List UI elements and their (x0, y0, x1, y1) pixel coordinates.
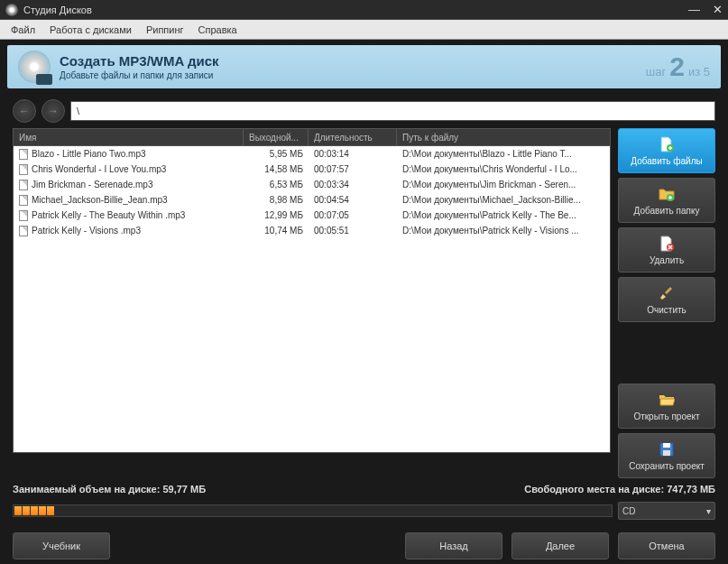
nav-back-button[interactable]: ← (13, 99, 36, 123)
column-name[interactable]: Имя (14, 129, 244, 145)
file-name: Patrick Kelly - The Beauty Within .mp3 (32, 210, 185, 220)
file-duration: 00:03:34 (309, 180, 397, 190)
file-size: 12,99 МБ (244, 210, 309, 220)
file-size: 14,58 МБ (244, 164, 309, 174)
nav-forward-button[interactable]: → (41, 99, 65, 123)
column-duration[interactable]: Длительность (309, 129, 397, 145)
arrow-left-icon: ← (19, 105, 30, 117)
clear-label: Очистить (647, 305, 687, 315)
wizard-banner: Создать MP3/WMA диск Добавьте файлы и па… (7, 45, 721, 88)
file-path: D:\Мои документы\Chris Wonderful - I Lo.… (397, 164, 610, 174)
file-size: 6,53 МБ (244, 180, 309, 190)
step-prefix: шаг (646, 65, 666, 79)
disc-usage-bar (13, 504, 613, 517)
file-icon (19, 210, 28, 221)
file-path: D:\Мои документы\Jim Brickman - Seren... (397, 180, 610, 190)
file-name: Jim Brickman - Serenade.mp3 (32, 180, 153, 190)
broom-icon (658, 284, 676, 302)
used-label: Занимаемый объем на диске: (13, 484, 160, 495)
minimize-button[interactable]: — (688, 3, 700, 16)
menu-help[interactable]: Справка (191, 24, 244, 35)
tutorial-button[interactable]: Учебник (13, 532, 110, 559)
menubar: Файл Работа с дисками Риппинг Справка (0, 20, 728, 40)
arrow-right-icon: → (48, 105, 59, 117)
file-name: Chris Wonderful - I Love You.mp3 (32, 164, 166, 174)
file-duration: 00:03:14 (309, 149, 397, 159)
file-duration: 00:05:51 (309, 226, 397, 236)
file-list-panel: Имя Выходной... Длительность Путь к файл… (13, 128, 611, 478)
save-icon (658, 440, 676, 458)
file-icon (19, 164, 28, 175)
cancel-button[interactable]: Отмена (618, 532, 715, 559)
open-project-label: Открыть проект (633, 411, 699, 421)
add-folder-button[interactable]: Добавить папку (618, 178, 715, 223)
column-path[interactable]: Путь к файлу (397, 129, 610, 145)
wizard-step: шаг 2 из 5 (646, 51, 710, 82)
file-icon (19, 180, 28, 190)
menu-file[interactable]: Файл (4, 24, 42, 35)
svg-rect-4 (663, 443, 670, 448)
next-button[interactable]: Далее (511, 532, 609, 559)
file-path: D:\Мои документы\Blazo - Little Piano T.… (397, 149, 610, 159)
used-value: 59,77 МБ (162, 484, 206, 495)
file-size: 5,95 МБ (244, 149, 309, 159)
action-sidebar: Добавить файлы Добавить папку Удалить Оч… (618, 128, 715, 478)
open-project-button[interactable]: Открыть проект (618, 384, 715, 429)
file-name: Michael_Jackson-Billie_Jean.mp3 (32, 195, 168, 205)
file-icon (19, 195, 28, 206)
clear-button[interactable]: Очистить (618, 277, 715, 322)
table-row[interactable]: Michael_Jackson-Billie_Jean.mp38,98 МБ00… (14, 192, 610, 208)
file-icon (19, 226, 28, 236)
file-duration: 00:04:54 (309, 195, 397, 205)
file-add-icon (658, 135, 676, 153)
add-folder-label: Добавить папку (634, 206, 700, 216)
file-duration: 00:07:05 (309, 210, 397, 220)
save-project-label: Сохранить проект (629, 461, 705, 471)
file-path: D:\Мои документы\Michael_Jackson-Billie.… (397, 195, 610, 205)
file-icon (19, 149, 28, 160)
chevron-down-icon: ▾ (706, 506, 711, 516)
table-body: Blazo - Little Piano Two.mp35,95 МБ00:03… (13, 146, 611, 453)
table-header: Имя Выходной... Длительность Путь к файл… (13, 128, 611, 146)
delete-label: Удалить (650, 255, 684, 265)
menu-ripping[interactable]: Риппинг (139, 24, 191, 35)
table-row[interactable]: Patrick Kelly - Visions .mp310,74 МБ00:0… (14, 223, 610, 238)
disc-icon (18, 51, 51, 83)
path-input[interactable] (70, 101, 715, 121)
wizard-subtitle: Добавьте файлы и папки для записи (60, 70, 646, 80)
folder-add-icon (658, 185, 676, 203)
delete-button[interactable]: Удалить (618, 227, 715, 273)
disc-type-select[interactable]: CD ▾ (618, 502, 715, 520)
file-name: Blazo - Little Piano Two.mp3 (32, 149, 146, 159)
column-size[interactable]: Выходной... (244, 129, 309, 145)
svg-rect-5 (663, 450, 670, 456)
file-delete-icon (658, 235, 676, 253)
status-bar: Занимаемый объем на диске: 59,77 МБ Своб… (0, 478, 728, 500)
close-button[interactable]: ✕ (713, 3, 723, 16)
file-duration: 00:07:57 (309, 164, 397, 174)
save-project-button[interactable]: Сохранить проект (618, 433, 715, 478)
free-label: Свободного места на диске: (524, 484, 664, 495)
file-size: 10,74 МБ (244, 226, 309, 236)
step-suffix: из 5 (688, 65, 710, 79)
table-row[interactable]: Blazo - Little Piano Two.mp35,95 МБ00:03… (14, 146, 610, 162)
app-title: Студия Дисков (23, 5, 688, 15)
titlebar: Студия Дисков — ✕ (0, 0, 728, 20)
menu-disc[interactable]: Работа с дисками (42, 24, 139, 35)
add-files-button[interactable]: Добавить файлы (618, 128, 715, 173)
step-number: 2 (669, 51, 685, 82)
table-row[interactable]: Patrick Kelly - The Beauty Within .mp312… (14, 208, 610, 223)
back-button[interactable]: Назад (405, 532, 502, 559)
wizard-title: Создать MP3/WMA диск (60, 53, 646, 69)
app-icon (5, 4, 18, 16)
folder-open-icon (658, 391, 676, 409)
disc-type-value: CD (622, 506, 635, 516)
table-row[interactable]: Jim Brickman - Serenade.mp36,53 МБ00:03:… (14, 177, 610, 192)
add-files-label: Добавить файлы (631, 156, 702, 166)
file-path: D:\Мои документы\Patrick Kelly - Visions… (397, 226, 610, 236)
file-path: D:\Мои документы\Patrick Kelly - The Be.… (397, 210, 610, 220)
file-size: 8,98 МБ (244, 195, 309, 205)
free-value: 747,73 МБ (667, 484, 715, 495)
table-row[interactable]: Chris Wonderful - I Love You.mp314,58 МБ… (14, 162, 610, 177)
file-name: Patrick Kelly - Visions .mp3 (32, 226, 141, 236)
